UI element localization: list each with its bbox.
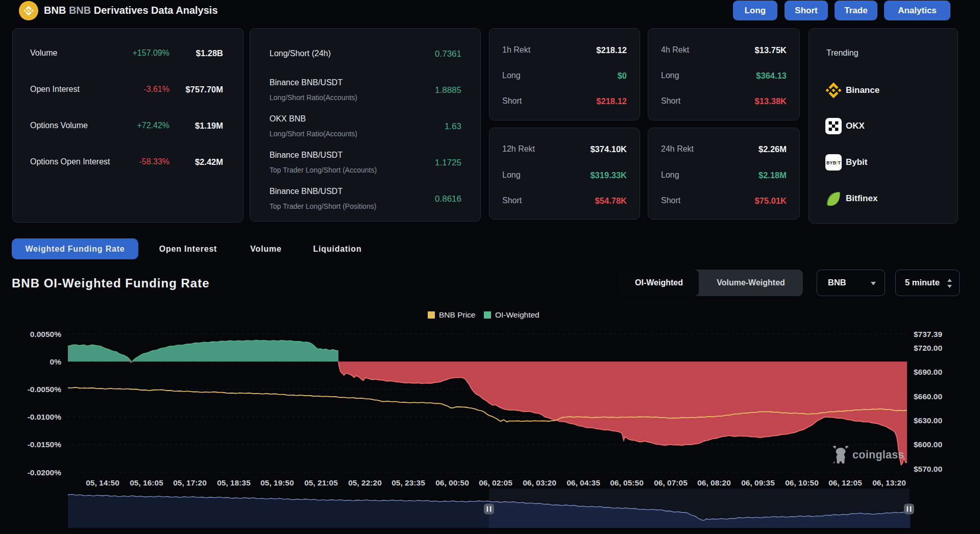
svg-text:coinglass: coinglass: [852, 449, 904, 461]
svg-text:05, 21:05: 05, 21:05: [304, 478, 338, 487]
svg-text:05, 17:20: 05, 17:20: [173, 478, 207, 487]
svg-text:$690.00: $690.00: [914, 368, 942, 376]
svg-text:-0.0050%: -0.0050%: [28, 385, 62, 394]
svg-text:06, 05:50: 06, 05:50: [610, 478, 644, 487]
svg-text:$600.00: $600.00: [914, 440, 942, 449]
svg-text:$737.39: $737.39: [914, 330, 942, 338]
svg-text:05, 18:35: 05, 18:35: [217, 478, 251, 487]
svg-text:06, 10:50: 06, 10:50: [785, 478, 819, 487]
svg-text:06, 04:35: 06, 04:35: [567, 478, 600, 487]
svg-text:06, 08:20: 06, 08:20: [697, 478, 731, 487]
svg-text:$720.00: $720.00: [914, 344, 942, 352]
svg-text:06, 12:05: 06, 12:05: [828, 478, 862, 487]
svg-text:06, 09:35: 06, 09:35: [741, 478, 775, 487]
svg-text:05, 19:50: 05, 19:50: [260, 478, 294, 487]
svg-text:06, 03:20: 06, 03:20: [523, 478, 556, 487]
svg-text:06, 13:20: 06, 13:20: [872, 478, 906, 487]
svg-text:06, 00:50: 06, 00:50: [435, 478, 469, 487]
svg-text:$630.00: $630.00: [914, 416, 942, 425]
svg-text:06, 07:05: 06, 07:05: [654, 478, 688, 487]
svg-text:-0.0100%: -0.0100%: [28, 412, 62, 421]
svg-text:$570.00: $570.00: [914, 465, 942, 473]
svg-text:0%: 0%: [50, 357, 62, 366]
svg-text:05, 16:05: 05, 16:05: [130, 478, 163, 487]
svg-text:06, 02:05: 06, 02:05: [479, 478, 512, 487]
svg-text:05, 22:20: 05, 22:20: [348, 478, 382, 487]
svg-text:-0.0200%: -0.0200%: [28, 468, 62, 477]
svg-text:-0.0150%: -0.0150%: [28, 440, 62, 449]
svg-text:05, 23:35: 05, 23:35: [391, 478, 425, 487]
svg-text:05, 14:50: 05, 14:50: [86, 478, 119, 487]
svg-text:$660.00: $660.00: [914, 392, 942, 401]
svg-text:0.0050%: 0.0050%: [30, 330, 61, 338]
